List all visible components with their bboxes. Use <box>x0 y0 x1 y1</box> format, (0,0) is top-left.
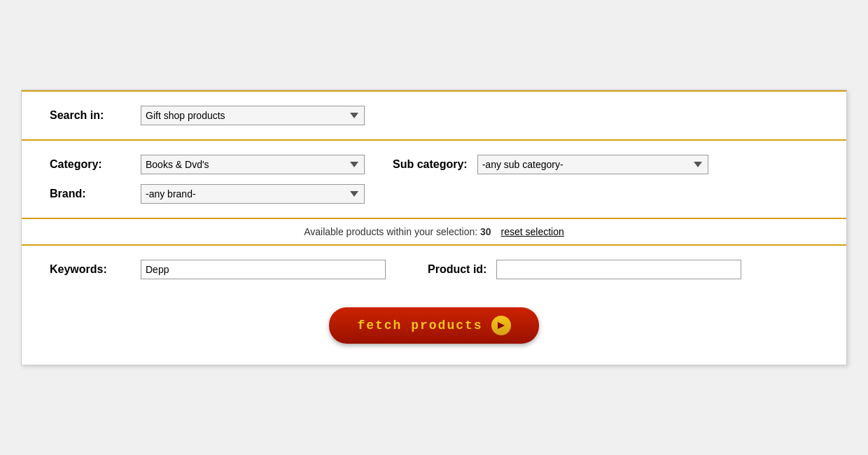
keywords-label: Keywords: <box>50 263 141 276</box>
product-id-input[interactable] <box>496 260 741 279</box>
reset-selection-link[interactable]: reset selection <box>501 226 564 237</box>
availability-text: Available products within your selection… <box>304 226 477 237</box>
keywords-input[interactable] <box>141 260 386 279</box>
main-card: Search in: Gift shop products All produc… <box>21 90 847 365</box>
category-row: Category: Books & Dvd's Electronics Clot… <box>50 155 818 174</box>
category-label: Category: <box>50 158 141 171</box>
product-id-label: Product id: <box>428 263 486 276</box>
keywords-row: Keywords: Product id: <box>50 260 818 279</box>
sub-category-label: Sub category: <box>393 158 468 171</box>
category-section: Category: Books & Dvd's Electronics Clot… <box>22 141 846 218</box>
fetch-products-button[interactable]: fetch products <box>329 307 538 344</box>
search-in-section: Search in: Gift shop products All produc… <box>22 92 846 139</box>
availability-count: 30 <box>480 226 491 237</box>
brand-select[interactable]: -any brand- Brand A Brand B <box>141 184 365 204</box>
brand-row: Brand: -any brand- Brand A Brand B <box>50 184 818 204</box>
fetch-arrow-icon <box>491 316 511 335</box>
fetch-section: fetch products <box>22 293 846 365</box>
category-select[interactable]: Books & Dvd's Electronics Clothing Toys <box>141 155 365 174</box>
search-in-select[interactable]: Gift shop products All products New arri… <box>141 106 365 125</box>
availability-section: Available products within your selection… <box>22 219 846 244</box>
sub-category-select[interactable]: -any sub category- Books DVDs CDs <box>477 155 708 174</box>
svg-marker-0 <box>498 322 505 329</box>
search-in-label: Search in: <box>50 109 141 122</box>
fetch-button-label: fetch products <box>357 318 482 332</box>
brand-label: Brand: <box>50 188 141 200</box>
keywords-section: Keywords: Product id: <box>22 246 846 293</box>
search-in-row: Search in: Gift shop products All produc… <box>50 106 818 125</box>
